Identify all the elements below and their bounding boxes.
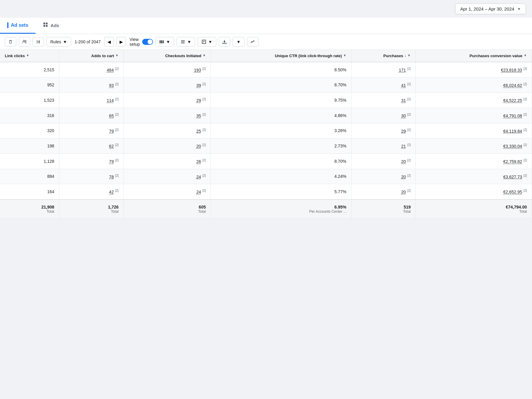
cell-unique-ctr: 9.75%: [211, 93, 352, 108]
cell-adds-to-cart: 65 [2]: [59, 108, 124, 123]
table-row: 19862 [2]20 [2]2.73%21 [2]€3,330.04 [2]: [0, 138, 532, 154]
rules-dropdown-icon: ▼: [63, 39, 67, 44]
col-dropdown-icon: ▼: [343, 54, 346, 57]
cell-checkouts: 29 [2]: [124, 93, 211, 108]
breakdown-button[interactable]: ▼: [177, 37, 195, 47]
footer-checkouts: 605 Total: [124, 200, 211, 219]
table-footer-row: 21,908 Total 1,726 Total 605 Total 6.95%…: [0, 200, 532, 219]
active-indicator: [7, 22, 8, 28]
cell-purchases-cv: €23,818.33 [2]: [416, 62, 532, 77]
cell-purchases: 20 [2]: [351, 184, 415, 200]
col-header-purchases[interactable]: Purchases ↓ ▼: [351, 50, 415, 62]
cell-purchases-cv: €2,759.82 [2]: [416, 153, 532, 169]
col-dropdown-icon: ▼: [407, 54, 411, 57]
data-table: Link clicks ▼ Adds to cart ▼ Checkouts I…: [0, 50, 532, 219]
cell-checkouts: 25 [2]: [124, 123, 211, 138]
cell-adds-to-cart: 42 [2]: [59, 184, 124, 200]
cell-unique-ctr: 3.26%: [211, 123, 352, 138]
table-row: 2,515484 [2]193 [2]8.50%171 [2]€23,818.3…: [0, 62, 532, 77]
columns-button[interactable]: ▼: [155, 37, 174, 47]
cell-unique-ctr: 4.86%: [211, 108, 352, 123]
cell-adds-to-cart: 484 [2]: [59, 62, 124, 77]
tab-ad-sets[interactable]: Ad sets: [0, 18, 36, 34]
compare-button[interactable]: [33, 37, 44, 47]
table-row: 95293 [2]39 [2]8.70%41 [2]€6,024.62 [2]: [0, 77, 532, 93]
view-setup-toggle[interactable]: [142, 39, 153, 45]
table-row: 32079 [2]25 [2]3.26%29 [2]€4,119.84 [2]: [0, 123, 532, 138]
pagination-info: 1-200 of 2047: [75, 39, 101, 44]
cell-unique-ctr: 2.73%: [211, 138, 352, 154]
col-dropdown-icon: ▼: [202, 54, 206, 57]
table-row: 1,523114 [2]29 [2]9.75%31 [2]€4,522.25 […: [0, 93, 532, 108]
people-button[interactable]: [19, 37, 30, 47]
cell-adds-to-cart: 79 [2]: [59, 153, 124, 169]
svg-rect-12: [202, 40, 206, 44]
col-header-checkouts-initiated[interactable]: Checkouts Initiated ▼: [124, 50, 211, 62]
rules-button[interactable]: Rules ▼: [46, 37, 71, 47]
cell-adds-to-cart: 62 [2]: [59, 138, 124, 154]
cell-purchases-cv: €4,522.25 [2]: [416, 93, 532, 108]
svg-rect-0: [43, 23, 45, 24]
date-range-picker[interactable]: Apr 1, 2024 – Apr 30, 2024 ▼: [455, 4, 526, 14]
cell-link-clicks: 884: [0, 169, 59, 184]
cell-adds-to-cart: 79 [2]: [59, 123, 124, 138]
delete-button[interactable]: [5, 37, 16, 47]
cell-purchases: 171 [2]: [351, 62, 415, 77]
col-header-adds-to-cart[interactable]: Adds to cart ▼: [59, 50, 124, 62]
ads-tab-icon: [43, 22, 48, 29]
cell-purchases-cv: €2,652.95 [2]: [416, 184, 532, 200]
rules-label: Rules: [50, 39, 61, 44]
table-row: 16442 [2]24 [2]5.77%20 [2]€2,652.95 [2]: [0, 184, 532, 200]
cell-checkouts: 24 [2]: [124, 184, 211, 200]
cell-link-clicks: 198: [0, 138, 59, 154]
reports-dropdown-icon: ▼: [208, 39, 212, 44]
reports-button[interactable]: ▼: [198, 37, 216, 47]
cell-purchases-cv: €4,791.08 [2]: [416, 108, 532, 123]
cell-purchases: 20 [2]: [351, 153, 415, 169]
export-dropdown-icon: ▼: [236, 39, 241, 44]
col-header-purchases-cv[interactable]: Purchases conversion value ▼: [416, 50, 532, 62]
cell-link-clicks: 952: [0, 77, 59, 93]
cell-purchases-cv: €3,330.04 [2]: [416, 138, 532, 154]
cell-adds-to-cart: 78 [2]: [59, 169, 124, 184]
export-button[interactable]: [219, 37, 230, 47]
cell-purchases: 31 [2]: [351, 93, 415, 108]
table-row: 1,12879 [2]26 [2]8.70%20 [2]€2,759.82 [2…: [0, 153, 532, 169]
cell-checkouts: 26 [2]: [124, 153, 211, 169]
cell-purchases-cv: €4,119.84 [2]: [416, 123, 532, 138]
col-dropdown-icon: ▼: [115, 54, 119, 57]
cell-purchases: 41 [2]: [351, 77, 415, 93]
view-setup-label: Viewsetup: [130, 37, 140, 47]
cell-unique-ctr: 4.24%: [211, 169, 352, 184]
top-bar: Apr 1, 2024 – Apr 30, 2024 ▼: [0, 0, 532, 18]
cell-purchases-cv: €6,024.62 [2]: [416, 77, 532, 93]
data-table-container: Link clicks ▼ Adds to cart ▼ Checkouts I…: [0, 50, 532, 219]
cell-link-clicks: 1,128: [0, 153, 59, 169]
col-header-link-clicks[interactable]: Link clicks ▼: [0, 50, 59, 62]
cell-checkouts: 39 [2]: [124, 77, 211, 93]
chevron-down-icon: ▼: [517, 7, 521, 11]
col-header-unique-ctr[interactable]: Unique CTR (link click-through rate) ▼: [211, 50, 352, 62]
prev-page-button[interactable]: ◀: [104, 37, 114, 47]
table-row: 88478 [2]24 [2]4.24%20 [2]€3,627.73 [2]: [0, 169, 532, 184]
export-dropdown-button[interactable]: ▼: [233, 37, 245, 47]
chart-button[interactable]: [247, 37, 258, 47]
svg-rect-8: [163, 40, 164, 43]
date-range-label: Apr 1, 2024 – Apr 30, 2024: [460, 6, 514, 11]
ad-sets-label: Ad sets: [11, 23, 28, 28]
tab-ads[interactable]: Ads: [36, 18, 66, 34]
cell-unique-ctr: 8.70%: [211, 153, 352, 169]
cell-unique-ctr: 8.70%: [211, 77, 352, 93]
breakdown-dropdown-icon: ▼: [187, 39, 191, 44]
view-setup-section: Viewsetup: [130, 37, 153, 47]
col-dropdown-icon: ▼: [524, 54, 527, 57]
footer-purchases: 519 Total: [351, 200, 415, 219]
cell-unique-ctr: 8.50%: [211, 62, 352, 77]
footer-unique-ctr: 6.95% Per Accounts Center ...: [211, 200, 352, 219]
svg-rect-7: [161, 40, 162, 43]
cell-purchases: 30 [2]: [351, 108, 415, 123]
footer-link-clicks: 21,908 Total: [0, 200, 59, 219]
next-page-button[interactable]: ▶: [116, 37, 126, 47]
cell-link-clicks: 316: [0, 108, 59, 123]
columns-dropdown-icon: ▼: [166, 39, 170, 44]
